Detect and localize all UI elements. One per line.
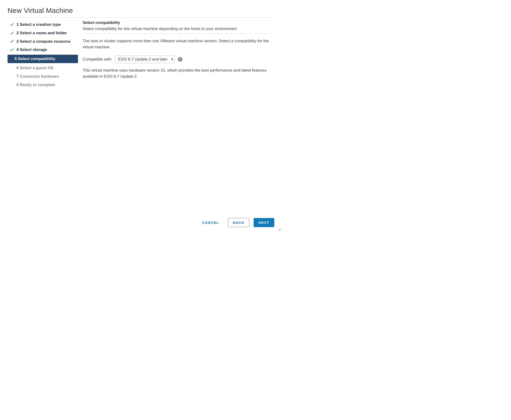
section-divider — [83, 34, 272, 34]
step-compatibility[interactable]: 5 Select compatibility — [8, 55, 78, 63]
resize-grip-icon[interactable] — [278, 228, 281, 231]
step-label: 5 Select compatibility — [15, 56, 55, 62]
step-label: 1 Select a creation type — [16, 22, 61, 27]
back-button[interactable]: BACK — [228, 218, 249, 227]
next-button[interactable]: NEXT — [254, 218, 274, 227]
step-customize-hardware: 7 Customize hardware — [8, 72, 78, 81]
step-ready-complete: 8 Ready to complete — [8, 81, 78, 89]
step-guest-os: 6 Select a guest OS — [8, 64, 78, 72]
step-storage[interactable]: 4 Select storage — [8, 45, 78, 54]
step-label: 6 Select a guest OS — [16, 65, 54, 71]
check-icon — [10, 22, 14, 27]
section-title: Select compatibility — [83, 20, 272, 25]
check-icon — [10, 31, 14, 35]
cancel-button[interactable]: CANCEL — [197, 218, 224, 227]
compatibility-label: Compatible with: — [83, 57, 112, 62]
wizard-main: Select compatibility Select compatibilit… — [81, 20, 274, 89]
step-name-folder[interactable]: 2 Select a name and folder — [8, 29, 78, 37]
check-icon — [10, 48, 14, 52]
step-creation-type[interactable]: 1 Select a creation type — [8, 20, 78, 29]
step-label: 7 Customize hardware — [16, 74, 59, 79]
info-icon[interactable]: i — [178, 57, 182, 62]
compatibility-select-wrap: ESXi 6.7 Update 2 and later — [115, 56, 175, 63]
compatibility-select[interactable]: ESXi 6.7 Update 2 and later — [115, 56, 175, 63]
step-label: 3 Select a compute resource — [16, 39, 71, 44]
dialog-body: 1 Select a creation type 2 Select a name… — [8, 20, 274, 89]
step-compute-resource[interactable]: 3 Select a compute resource — [8, 37, 78, 46]
step-label: 2 Select a name and folder — [16, 30, 67, 36]
step-label: 4 Select storage — [16, 47, 47, 52]
wizard-steps: 1 Select a creation type 2 Select a name… — [8, 20, 81, 89]
hw-version-paragraph: This virtual machine uses hardware versi… — [83, 67, 272, 80]
dialog-title: New Virtual Machine — [8, 7, 274, 15]
section-subtitle: Select compatibility for this virtual ma… — [83, 27, 272, 31]
compatibility-row: Compatible with: ESXi 6.7 Update 2 and l… — [83, 56, 272, 63]
step-label: 8 Ready to complete — [16, 82, 55, 88]
intro-paragraph: The host or cluster supports more than o… — [83, 38, 272, 51]
title-divider — [8, 17, 274, 18]
new-vm-dialog: New Virtual Machine 1 Select a creation … — [0, 0, 282, 232]
check-icon — [10, 39, 14, 43]
dialog-footer: CANCEL BACK NEXT — [8, 218, 274, 227]
